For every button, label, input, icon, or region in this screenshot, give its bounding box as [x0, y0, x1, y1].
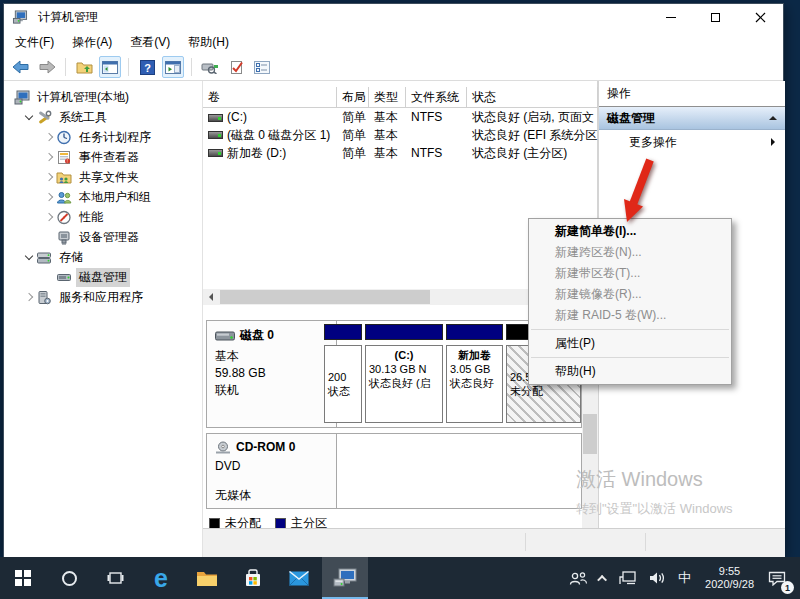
disk-0-label[interactable]: 磁盘 0 基本 59.88 GB 联机 [207, 321, 337, 427]
tree-label: 服务和应用程序 [56, 288, 146, 307]
cdrom-type: DVD [215, 458, 330, 475]
edge-button[interactable]: e [138, 557, 184, 599]
expander-expanded-icon[interactable] [21, 256, 36, 259]
expander-collapsed-icon[interactable] [41, 134, 56, 140]
check-status-button[interactable] [225, 56, 247, 78]
people-button[interactable] [564, 557, 593, 599]
partition-new-volume[interactable]: 新加卷 3.05 GB 状态良好 [446, 324, 503, 423]
menu-file[interactable]: 文件(F) [6, 31, 63, 54]
minimize-button[interactable] [648, 4, 693, 31]
column-header-type[interactable]: 类型 [369, 87, 406, 107]
column-header-volume[interactable]: 卷 [203, 87, 337, 107]
volume-row[interactable]: 新加卷 (D:) 简单 基本 NTFS 状态良好 (主分区) [203, 144, 598, 162]
taskbar: e [0, 557, 800, 599]
cdrom-label[interactable]: CD-ROM 0 DVD 无媒体 [207, 434, 337, 508]
tree-item-shared-folders[interactable]: 共享文件夹 [4, 167, 202, 187]
action-center-button[interactable]: 1 [763, 557, 796, 599]
folder-up-icon [76, 60, 93, 74]
disk-0-size: 59.88 GB [215, 365, 330, 382]
mail-button[interactable] [276, 557, 322, 599]
checklist-icon [254, 61, 270, 74]
menu-item-properties[interactable]: 属性(P) [529, 333, 731, 354]
menu-help[interactable]: 帮助(H) [179, 31, 238, 54]
expander-collapsed-icon[interactable] [41, 194, 56, 200]
maximize-button[interactable] [693, 4, 738, 31]
task-list-button[interactable] [251, 56, 273, 78]
help-button[interactable]: ? [136, 56, 158, 78]
toolbar-separator [191, 58, 192, 76]
tree-item-disk-management[interactable]: 磁盘管理 [4, 267, 202, 287]
volume-icon [208, 114, 223, 122]
expander-expanded-icon[interactable] [21, 116, 36, 119]
tree-item-services-applications[interactable]: 服务和应用程序 [4, 287, 202, 307]
microsoft-store-button[interactable] [230, 557, 276, 599]
windows-logo-icon [15, 570, 31, 586]
tree-item-system-tools[interactable]: 系统工具 [4, 107, 202, 127]
actions-section-disk-management[interactable]: 磁盘管理 [599, 107, 785, 130]
horizontal-scrollbar-thumb[interactable] [220, 290, 430, 304]
console-tree-icon [102, 61, 118, 74]
speaker-icon [649, 571, 666, 585]
taskbar-clock[interactable]: 9:55 2020/9/28 [698, 565, 761, 591]
tree-item-performance[interactable]: 性能 [4, 207, 202, 227]
task-scheduler-icon [56, 130, 72, 145]
disk-inspect-button[interactable] [199, 56, 221, 78]
mail-icon [289, 571, 309, 586]
partition-bar [324, 324, 362, 340]
file-explorer-button[interactable] [184, 557, 230, 599]
menu-view[interactable]: 查看(V) [121, 31, 179, 54]
computer-management-icon [12, 10, 28, 25]
menu-action[interactable]: 操作(A) [63, 31, 121, 54]
performance-icon [56, 210, 72, 225]
network-button[interactable] [614, 557, 642, 599]
tree-item-device-manager[interactable]: 设备管理器 [4, 227, 202, 247]
volume-row[interactable]: (C:) 简单 基本 NTFS 状态良好 (启动, 页面文 [203, 108, 598, 126]
back-button[interactable] [10, 56, 32, 78]
notification-badge: 1 [781, 581, 794, 594]
actions-pane-title: 操作 [599, 81, 785, 107]
storage-icon [36, 250, 52, 265]
tree-item-local-users-groups[interactable]: 本地用户和组 [4, 187, 202, 207]
scroll-left-button[interactable] [203, 289, 219, 305]
start-button[interactable] [0, 557, 46, 599]
tree-label: 任务计划程序 [76, 128, 154, 147]
volume-row[interactable]: (磁盘 0 磁盘分区 1) 简单 基本 状态良好 (EFI 系统分区 [203, 126, 598, 144]
menu-item-help[interactable]: 帮助(H) [529, 361, 731, 382]
annotation-red-arrow [600, 148, 670, 238]
forward-button[interactable] [36, 56, 58, 78]
column-header-filesystem[interactable]: 文件系统 [406, 87, 467, 107]
computer-icon [14, 90, 30, 105]
expander-collapsed-icon[interactable] [41, 154, 56, 160]
up-level-button[interactable] [73, 56, 95, 78]
tree-item-storage[interactable]: 存储 [4, 247, 202, 267]
tree-item-computer-management[interactable]: 计算机管理(本地) [4, 87, 202, 107]
column-header-layout[interactable]: 布局 [337, 87, 369, 107]
computer-management-taskbar-button[interactable] [322, 557, 368, 599]
menu-bar: 文件(F) 操作(A) 查看(V) 帮助(H) [4, 31, 783, 54]
partition-bar [365, 324, 443, 340]
expander-collapsed-icon[interactable] [41, 174, 56, 180]
console-tree-toggle-button[interactable] [99, 56, 121, 78]
partition-system-reserved[interactable]: 200 状态 [324, 324, 362, 423]
system-tools-icon [36, 110, 52, 125]
services-icon [36, 290, 52, 305]
ime-indicator[interactable]: 中 [673, 557, 696, 599]
collapse-icon[interactable] [769, 116, 777, 120]
expander-collapsed-icon[interactable] [41, 214, 56, 220]
task-view-button[interactable] [92, 557, 138, 599]
column-header-status[interactable]: 状态 [467, 87, 598, 107]
vertical-scrollbar-thumb[interactable] [583, 414, 597, 454]
tree-label: 事件查看器 [76, 148, 142, 167]
action-pane-toggle-button[interactable] [162, 56, 184, 78]
show-hidden-icons-button[interactable] [595, 557, 612, 599]
expander-collapsed-icon[interactable] [21, 294, 36, 300]
partition-c-drive[interactable]: (C:) 30.13 GB N 状态良好 (启 [365, 324, 443, 423]
time-text: 9:55 [705, 565, 754, 578]
cortana-button[interactable] [46, 557, 92, 599]
volume-button[interactable] [644, 557, 671, 599]
device-manager-icon [56, 230, 72, 245]
tree-item-event-viewer[interactable]: ! 事件查看器 [4, 147, 202, 167]
close-button[interactable] [738, 4, 783, 31]
tree-item-task-scheduler[interactable]: 任务计划程序 [4, 127, 202, 147]
tree-label: 本地用户和组 [76, 188, 154, 207]
